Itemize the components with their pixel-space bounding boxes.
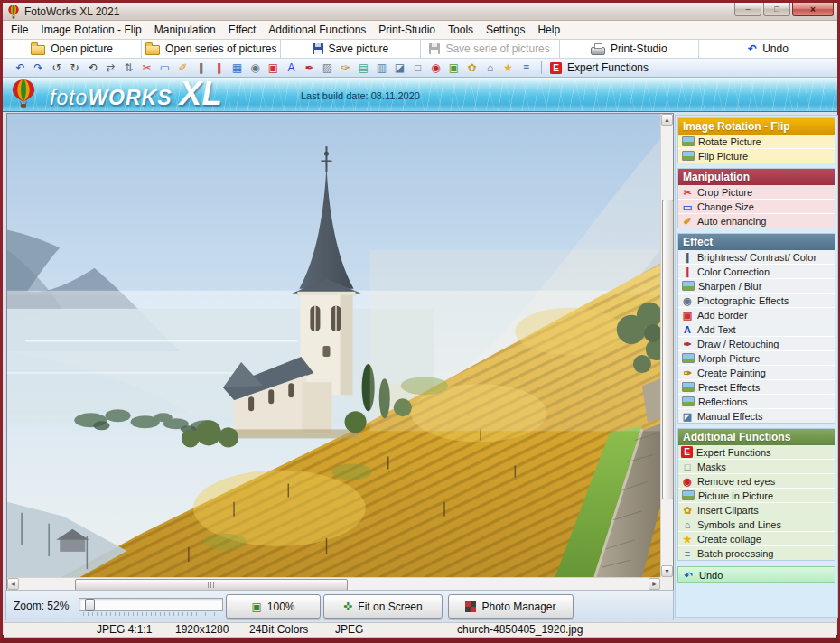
undo-button[interactable]: ↶Undo: [699, 40, 837, 58]
menu-item-tools[interactable]: Tools: [442, 21, 480, 39]
sidebar-item-reflections[interactable]: Reflections: [678, 395, 835, 409]
sharpen-blur-icon[interactable]: ▦: [230, 60, 244, 76]
expert-functions-label[interactable]: Expert Functions: [567, 61, 649, 74]
add-text-icon[interactable]: A: [285, 60, 298, 76]
sidebar-item-insert-cliparts[interactable]: ✿Insert Cliparts: [678, 503, 835, 517]
save-picture-button[interactable]: Save picture: [281, 40, 420, 58]
sidebar-item-morph-picture[interactable]: Morph Picture: [678, 351, 835, 366]
sidebar-item-remove-red-eyes[interactable]: ◉Remove red eyes: [678, 474, 835, 489]
masks-icon[interactable]: □: [411, 60, 425, 76]
menu-item-file[interactable]: File: [5, 21, 34, 39]
create-collage-icon[interactable]: ★: [501, 60, 515, 76]
batch-processing-icon[interactable]: ≡: [519, 60, 533, 76]
sidebar-item-rotate-picture[interactable]: Rotate Picture: [678, 135, 835, 149]
sidebar-item-symbols-and-lines[interactable]: ⌂Symbols and Lines: [678, 517, 835, 532]
expert-functions-icon[interactable]: E: [550, 62, 562, 74]
sidebar-item-label: Insert Cliparts: [697, 505, 759, 516]
sidebar-item-masks[interactable]: □Masks: [678, 460, 835, 474]
menu-item-help[interactable]: Help: [531, 21, 566, 39]
zoom-slider-thumb[interactable]: [85, 599, 95, 611]
flip-vertical-icon[interactable]: ⇅: [122, 60, 135, 76]
zoom-slider[interactable]: [79, 598, 223, 611]
print-studio-button[interactable]: Print-Studio: [560, 40, 699, 58]
sidebar-item-flip-picture[interactable]: Flip Picture: [678, 149, 835, 163]
picture-in-picture-icon[interactable]: ▣: [447, 60, 461, 76]
menu-item-print-studio[interactable]: Print-Studio: [372, 21, 442, 39]
minimize-button[interactable]: –: [734, 3, 761, 16]
fit-on-screen-button[interactable]: ✜Fit on Screen: [323, 594, 443, 619]
add-border-icon[interactable]: ▣: [266, 60, 280, 76]
menu-item-effect[interactable]: Effect: [222, 21, 262, 39]
auto-enhance-wand-icon[interactable]: ✐: [176, 60, 190, 76]
rotate-cw-icon[interactable]: ↻: [68, 60, 81, 76]
sidebar-item-label: Remove red eyes: [697, 476, 775, 487]
sidebar-item-add-text[interactable]: AAdd Text: [678, 322, 835, 337]
scroll-right-icon[interactable]: ►: [649, 578, 660, 590]
symbols-and-lines-icon: ⌂: [681, 518, 694, 531]
preset-effects-icon[interactable]: ▤: [357, 60, 370, 76]
sidebar-item-expert-functions[interactable]: EExpert Functions: [678, 445, 835, 460]
scroll-down-icon[interactable]: ▼: [661, 565, 673, 577]
app-logo-balloon-icon: [7, 5, 20, 19]
change-size-icon[interactable]: ▭: [158, 60, 172, 76]
maximize-button[interactable]: □: [763, 3, 790, 16]
color-correction-icon: ∥: [681, 266, 694, 278]
scroll-up-icon[interactable]: ▲: [661, 114, 673, 126]
menu-item-additional-functions[interactable]: Additional Functions: [262, 21, 372, 39]
vertical-scroll-thumb[interactable]: [662, 200, 674, 499]
sidebar-item-manual-effects[interactable]: ◪Manual Effects: [678, 409, 835, 423]
toolbar-button-label: Undo: [762, 42, 789, 55]
sidebar-item-create-collage[interactable]: ★Create collage: [678, 532, 835, 546]
open-picture-button[interactable]: Open picture: [3, 40, 142, 58]
brand-banner: fotoWORKSXL Last build date: 08.11.2020: [3, 78, 837, 112]
flip-horizontal-icon[interactable]: ⇄: [104, 60, 117, 76]
sidebar-item-add-border[interactable]: ▣Add Border: [678, 308, 835, 322]
rotate-page-left-icon[interactable]: ↶: [14, 60, 27, 76]
sidebar-item-change-size[interactable]: ▭Change Size: [678, 200, 835, 214]
sidebar-item-sharpen-blur[interactable]: Sharpen / Blur: [678, 279, 835, 294]
sidebar-item-create-painting[interactable]: ✑Create Painting: [678, 366, 835, 380]
sidebar-item-label: Create Painting: [697, 368, 766, 378]
menu-item-manipulation[interactable]: Manipulation: [148, 21, 222, 39]
sidebar-item-undo[interactable]: ↶Undo: [677, 566, 835, 583]
photographic-effects-icon[interactable]: ◉: [248, 60, 262, 76]
crop-scissors-icon[interactable]: ✂: [140, 60, 154, 76]
draw-retouching-icon[interactable]: ✒: [303, 60, 316, 76]
photo-manager-button[interactable]: Photo Manager: [448, 594, 574, 619]
sidebar-item-draw-retouching[interactable]: ✒Draw / Retouching: [678, 337, 835, 351]
manual-effects-icon[interactable]: ◪: [393, 60, 406, 76]
sidebar-item-color-correction[interactable]: ∥Color Correction: [678, 265, 835, 279]
sidebar-item-preset-effects[interactable]: Preset Effects: [678, 380, 835, 395]
sidebar-item-auto-enhancing[interactable]: ✐Auto enhancing: [678, 214, 835, 228]
insert-cliparts-icon[interactable]: ✿: [465, 60, 479, 76]
menu-item-settings[interactable]: Settings: [480, 21, 531, 39]
sidebar-item-brightness-contrast-color[interactable]: ∥Brightness/ Contrast/ Color: [678, 250, 835, 265]
symbols-and-lines-icon[interactable]: ⌂: [483, 60, 497, 76]
morph-picture-icon[interactable]: ▨: [321, 60, 334, 76]
open-series-of-pictures-button[interactable]: Open series of pictures: [142, 40, 281, 58]
rotate-180-icon[interactable]: ⟲: [86, 60, 99, 76]
sidebar-item-picture-in-picture[interactable]: Picture in Picture: [678, 489, 835, 503]
rotate-ccw-icon[interactable]: ↺: [50, 60, 63, 76]
sidebar-item-label: Picture in Picture: [698, 490, 773, 501]
photo-canvas[interactable]: [7, 114, 660, 577]
remove-red-eyes-icon[interactable]: ◉: [429, 60, 443, 76]
sidebar-item-batch-processing[interactable]: ≡Batch processing: [678, 546, 835, 560]
scroll-left-icon[interactable]: ◄: [7, 578, 19, 590]
save-serie-of-pictures-button[interactable]: Save serie of pictures: [421, 40, 560, 58]
close-button[interactable]: ×: [792, 3, 834, 16]
toolbar-button-label: Save picture: [329, 42, 389, 55]
zoom-button-label: Fit on Screen: [358, 601, 422, 613]
brightness-contrast-icon[interactable]: ∥: [194, 60, 208, 76]
color-correction-icon[interactable]: ∥: [212, 60, 226, 76]
sidebar-item-photographic-effects[interactable]: ◉Photographic Effects: [678, 294, 835, 308]
create-painting-icon[interactable]: ✑: [339, 60, 352, 76]
status-format: JPEG 4:1:1: [97, 623, 152, 637]
vertical-scrollbar[interactable]: ▲ ▼: [660, 114, 673, 577]
reflections-icon[interactable]: ▥: [375, 60, 388, 76]
menu-item-image-rotation-flip[interactable]: Image Rotation - Flip: [34, 21, 147, 39]
zoom-100-button[interactable]: ▣100%: [226, 594, 321, 619]
horizontal-scrollbar[interactable]: ◄ ►: [7, 577, 660, 590]
sidebar-item-crop-picture[interactable]: ✂Crop Picture: [678, 185, 835, 200]
rotate-page-right-icon[interactable]: ↷: [32, 60, 45, 76]
